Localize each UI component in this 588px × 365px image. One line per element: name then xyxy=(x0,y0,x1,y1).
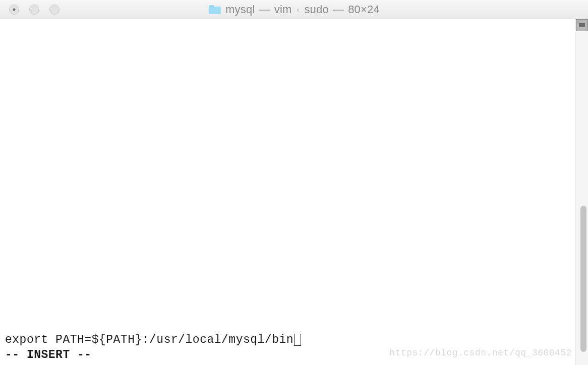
scroll-corner-icon[interactable] xyxy=(576,19,588,31)
minimize-window-button[interactable] xyxy=(29,5,39,15)
close-window-button[interactable] xyxy=(9,5,19,15)
vim-mode-line: -- INSERT -- xyxy=(5,348,92,362)
folder-icon xyxy=(208,5,221,15)
title-folder: mysql xyxy=(225,3,255,16)
cursor-icon xyxy=(294,334,301,346)
terminal-line-export: export PATH=${PATH}:/usr/local/mysql/bin xyxy=(5,333,301,347)
traffic-lights xyxy=(0,5,60,15)
content-area: export PATH=${PATH}:/usr/local/mysql/bin… xyxy=(0,19,588,365)
title-separator: — xyxy=(259,3,270,16)
window-titlebar: mysql — vim ‹ sudo — 80×24 xyxy=(0,0,588,19)
scrollbar-thumb[interactable] xyxy=(580,206,586,352)
title-dimensions: 80×24 xyxy=(348,3,380,16)
export-text: export PATH=${PATH}:/usr/local/mysql/bin xyxy=(5,333,293,347)
title-process-vim: vim xyxy=(274,3,292,16)
title-process-sudo: sudo xyxy=(304,3,329,16)
terminal-output[interactable]: export PATH=${PATH}:/usr/local/mysql/bin… xyxy=(0,19,575,365)
watermark-text: https://blog.csdn.net/qq_3600452 xyxy=(389,346,572,360)
title-separator: — xyxy=(333,3,344,16)
maximize-window-button[interactable] xyxy=(49,5,60,15)
scrollbar-track[interactable] xyxy=(575,19,588,365)
window-title: mysql — vim ‹ sudo — 80×24 xyxy=(208,3,380,16)
title-caret-icon: ‹ xyxy=(297,6,300,14)
